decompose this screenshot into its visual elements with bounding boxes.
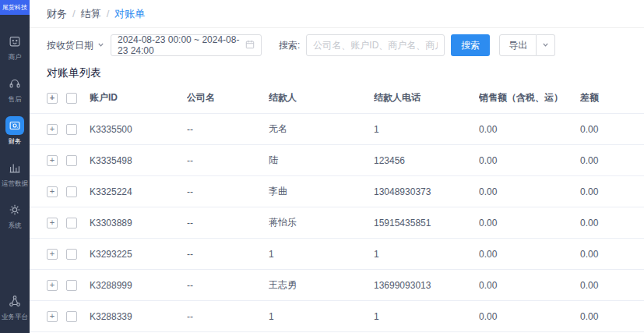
calendar-icon [245,40,255,51]
breadcrumb-item[interactable]: 对账单 [114,7,145,21]
expand-row-icon[interactable]: + [47,186,58,197]
row-checkbox[interactable] [66,218,77,228]
table-cell: -- [187,280,269,291]
sidebar-item-系统[interactable]: 系统 [0,200,30,231]
finance-icon [5,116,24,135]
table-cell: 1 [374,249,479,260]
table-cell: -- [187,155,269,166]
table-cell: 李曲 [269,185,374,198]
expand-row-icon[interactable]: + [47,249,58,260]
sidebar-item-label: 运营数据 [2,179,28,188]
expand-row-icon[interactable]: + [47,280,58,291]
date-type-select[interactable]: 按收货日期 [47,39,104,52]
table-header-row: +账户ID公司名结款人结款人电话销售额（含税、运）差额 [30,83,644,114]
row-checkbox[interactable] [66,280,77,291]
table-cell: 0.00 [580,280,632,291]
sidebar-item-label: 系统 [8,221,21,230]
column-header: 结款人电话 [374,91,479,105]
table-cell: 0.00 [580,124,632,135]
table-cell: 0.00 [580,311,632,322]
table-cell: -- [187,249,269,260]
export-dropdown-button[interactable] [537,34,555,56]
merchant-icon [5,32,24,51]
date-range-input[interactable]: 2024-08-23 00:00 ~ 2024-08-23 24:00 [111,34,262,56]
search-input[interactable] [306,34,445,56]
column-header: 账户ID [90,91,187,105]
export-button[interactable]: 导出 [499,34,537,56]
breadcrumb-item[interactable]: 结算 [81,7,101,21]
table-cell: 1 [374,124,479,135]
table-cell: K3288999 [90,280,187,291]
breadcrumb-item[interactable]: 财务 [47,7,67,21]
app-logo[interactable]: 尾货科技 [0,0,30,15]
row-checkbox[interactable] [66,186,77,197]
column-header: 差额 [580,91,632,105]
table-cell: 1 [269,249,374,260]
table-cell: K3288339 [90,311,187,322]
sidebar-item-售后[interactable]: 售后 [0,74,30,105]
table-row: +K3335498--陆1234560.000.00 [30,145,644,176]
table-cell: 0.00 [479,249,580,260]
chevron-down-icon [542,40,549,51]
table-row: +K3335500--无名10.000.00 [30,114,644,145]
expand-row-icon[interactable]: + [47,124,58,135]
breadcrumb-separator: / [72,8,76,19]
table-cell: K3303889 [90,218,187,228]
table-cell: 王志勇 [269,278,374,292]
row-checkbox[interactable] [66,124,77,135]
column-header: 公司名 [187,91,269,105]
chart-icon [5,158,24,177]
table-cell: 蒋怡乐 [269,216,374,229]
sidebar-nav: 商户售后财务运营数据系统 [0,15,30,231]
table-cell: 0.00 [479,155,580,166]
table-cell: 0.00 [580,249,632,260]
expand-all-icon[interactable]: + [47,93,58,104]
table-cell: K3293225 [90,249,187,260]
table-cell: 0.00 [479,311,580,322]
table-cell: 1 [374,311,479,322]
table-row: +K3303889--蒋怡乐159154358510.000.00 [30,207,644,239]
search-label: 搜索: [279,39,300,52]
export-button-group: 导出 [499,34,555,56]
row-checkbox[interactable] [66,249,77,260]
expand-row-icon[interactable]: + [47,311,58,322]
date-type-label: 按收货日期 [47,39,93,52]
sidebar: 尾货科技 商户售后财务运营数据系统 业务平台 [0,0,30,333]
main-content: 财务/结算/对账单 按收货日期 2024-08-23 00:00 ~ 2024-… [30,0,644,333]
page-title: 对账单列表 [30,62,644,83]
org-icon [5,292,24,310]
sidebar-item-业务平台[interactable]: 业务平台 [0,292,30,322]
aftersales-icon [5,74,24,93]
table-cell: 123456 [374,155,479,166]
gear-icon [5,200,24,219]
table-cell: K3335500 [90,124,187,135]
table-cell: -- [187,124,269,135]
statement-table: +账户ID公司名结款人结款人电话销售额（含税、运）差额 +K3335500--无… [30,83,644,333]
sidebar-item-财务[interactable]: 财务 [0,116,30,147]
table-row: +K3293225--110.000.00 [30,239,644,270]
column-header: 结款人 [269,91,374,105]
table-cell: -- [187,186,269,197]
table-cell: -- [187,218,269,228]
sidebar-bottom: 业务平台 [0,292,30,333]
table-cell: 15915435851 [374,218,479,228]
expand-row-icon[interactable]: + [47,218,58,228]
sidebar-item-运营数据[interactable]: 运营数据 [0,158,30,189]
expand-row-icon[interactable]: + [47,155,58,166]
table-cell: 0.00 [479,280,580,291]
sidebar-item-商户[interactable]: 商户 [0,32,30,62]
select-all-checkbox[interactable] [66,93,77,104]
search-button[interactable]: 搜索 [451,34,490,56]
table-cell: -- [187,311,269,322]
table-body: +K3335500--无名10.000.00+K3335498--陆123456… [30,114,644,332]
table-cell: 0.00 [479,218,580,228]
breadcrumb-separator: / [107,8,110,19]
table-cell: K3335498 [90,155,187,166]
row-checkbox[interactable] [66,311,77,322]
chevron-down-icon [97,40,104,51]
table-row: +K3325224--李曲130489303730.000.00 [30,176,644,207]
sidebar-item-label: 售后 [8,94,21,104]
table-cell: 13699093013 [374,280,479,291]
table-cell: 0.00 [479,186,580,197]
row-checkbox[interactable] [66,155,77,166]
